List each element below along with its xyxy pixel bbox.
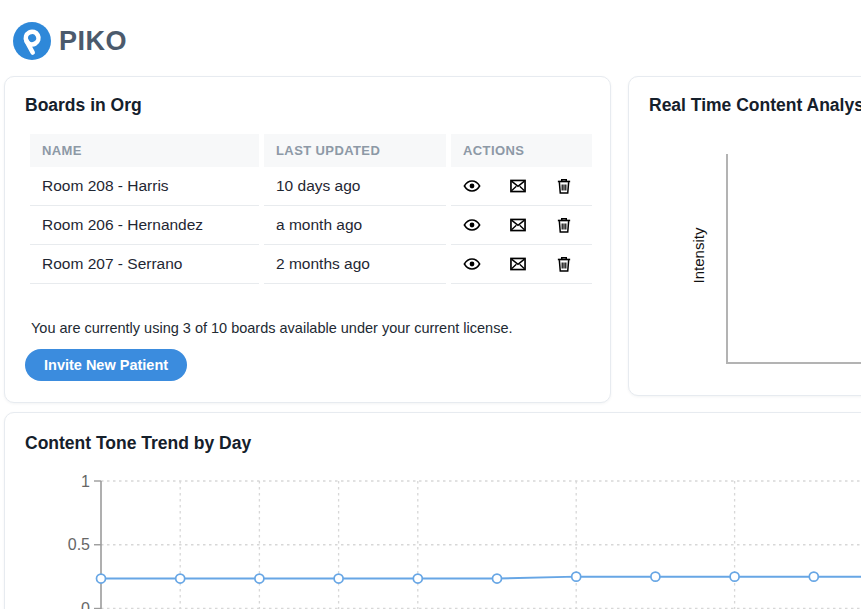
last-updated-cell: 10 days ago [264, 167, 446, 206]
board-name-cell: Room 207 - Serrano [30, 245, 259, 284]
delete-board-button[interactable] [555, 216, 573, 234]
table-row: Room 208 - Harris10 days ago [30, 167, 592, 206]
last-updated-cell: 2 months ago [264, 245, 446, 284]
y-tick-label: 0 [81, 600, 90, 609]
view-board-button[interactable] [463, 216, 481, 234]
invite-new-patient-button[interactable]: Invite New Patient [25, 349, 187, 381]
data-point-marker[interactable] [97, 574, 106, 583]
data-point-marker[interactable] [572, 572, 581, 581]
boards-card: Boards in Org NAME LAST UPDATED ACTIONS … [4, 76, 611, 403]
board-name-cell: Room 208 - Harris [30, 167, 259, 206]
col-header-last-updated: LAST UPDATED [264, 134, 446, 167]
trend-card: Content Tone Trend by Day 00.51 [4, 412, 861, 609]
actions-cell [451, 245, 592, 284]
realtime-x-axis-line [726, 362, 861, 364]
message-board-button[interactable] [509, 216, 527, 234]
boards-table: NAME LAST UPDATED ACTIONS Room 208 - Har… [25, 134, 597, 284]
y-tick-label: 1 [81, 473, 90, 490]
trash-icon [555, 177, 573, 195]
eye-icon [463, 255, 481, 273]
data-point-marker[interactable] [809, 572, 818, 581]
data-point-marker[interactable] [413, 574, 422, 583]
actions-cell [451, 167, 592, 206]
data-point-marker[interactable] [730, 572, 739, 581]
envelope-icon [509, 255, 527, 273]
app-header: PIKO [13, 22, 127, 60]
realtime-chart: Intensity [629, 77, 861, 395]
view-board-button[interactable] [463, 255, 481, 273]
table-row: Room 206 - Hernandeza month ago [30, 206, 592, 245]
view-board-button[interactable] [463, 177, 481, 195]
trend-chart: 00.51 [5, 413, 861, 609]
trash-icon [555, 255, 573, 273]
license-note: You are currently using 3 of 10 boards a… [31, 320, 590, 336]
eye-icon [463, 177, 481, 195]
table-row: Room 207 - Serrano2 months ago [30, 245, 592, 284]
delete-board-button[interactable] [555, 255, 573, 273]
data-point-marker[interactable] [334, 574, 343, 583]
message-board-button[interactable] [509, 177, 527, 195]
data-point-marker[interactable] [255, 574, 264, 583]
boards-card-title: Boards in Org [25, 95, 590, 116]
envelope-icon [509, 177, 527, 195]
realtime-y-axis-label: Intensity [690, 216, 707, 296]
last-updated-cell: a month ago [264, 206, 446, 245]
brand-name[interactable]: PIKO [59, 26, 127, 57]
table-header-row: NAME LAST UPDATED ACTIONS [30, 134, 592, 167]
trend-line [101, 577, 861, 579]
actions-cell [451, 206, 592, 245]
data-point-marker[interactable] [651, 572, 660, 581]
envelope-icon [509, 216, 527, 234]
delete-board-button[interactable] [555, 177, 573, 195]
col-header-actions: ACTIONS [451, 134, 592, 167]
col-header-name: NAME [30, 134, 259, 167]
page: PIKO Boards in Org NAME LAST UPDATED ACT… [0, 0, 861, 609]
board-name-cell: Room 206 - Hernandez [30, 206, 259, 245]
realtime-card: Real Time Content Analysis Intensity [628, 76, 861, 396]
eye-icon [463, 216, 481, 234]
message-board-button[interactable] [509, 255, 527, 273]
piko-logo-icon[interactable] [13, 22, 51, 60]
data-point-marker[interactable] [493, 574, 502, 583]
y-tick-label: 0.5 [68, 536, 90, 553]
data-point-marker[interactable] [176, 574, 185, 583]
realtime-y-axis-line [726, 154, 728, 364]
trash-icon [555, 216, 573, 234]
